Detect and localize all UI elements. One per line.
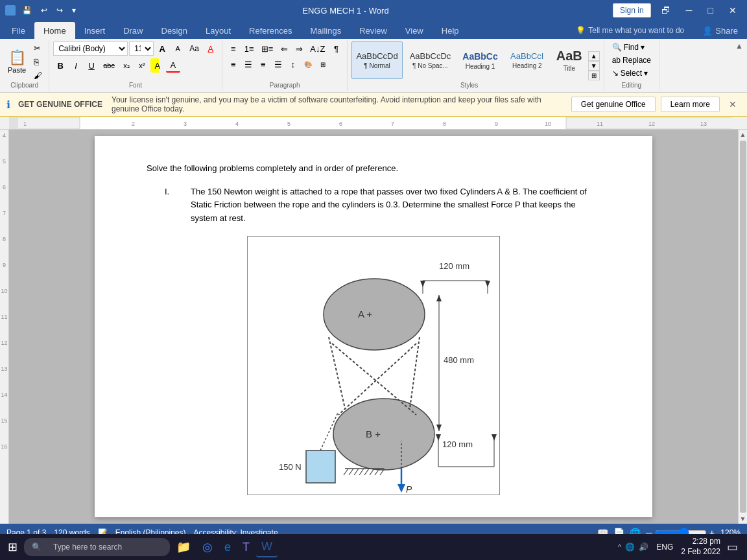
maximize-button[interactable]: □ [703,4,718,17]
diagram-container: A + 120 mm 480 mm [247,236,500,495]
multilevel-button[interactable]: ⊞≡ [258,41,277,56]
align-left-button[interactable]: ≡ [226,57,241,71]
tab-layout[interactable]: Layout [196,22,240,39]
find-button[interactable]: 🔍 Find ▾ [608,41,655,53]
italic-button[interactable]: I [69,58,83,73]
increase-indent-button[interactable]: ⇒ [292,41,306,56]
font-label: Font [53,82,218,89]
superscript-button[interactable]: x² [135,58,149,73]
share-button[interactable]: 👤 Share [693,22,747,39]
tab-home[interactable]: Home [34,22,75,39]
show-desktop-button[interactable]: ▭ [723,539,742,555]
style-heading1[interactable]: AaBbCc Heading 1 [458,41,502,79]
borders-button[interactable]: ⊞ [316,57,330,71]
save-button[interactable]: 💾 [19,5,34,16]
redo-button[interactable]: ↪ [54,5,65,16]
sort-button[interactable]: A↓Z [307,41,328,56]
style-no-spacing[interactable]: AaBbCcDc ¶ No Spac... [405,41,456,79]
align-center-button[interactable]: ☰ [241,57,255,71]
style-no-spacing-preview: AaBbCcDc [410,51,451,61]
lightbulb-icon: 💡 [576,26,586,35]
para-top-row: ≡ 1≡ ⊞≡ ⇐ ⇒ A↓Z ¶ [226,41,344,56]
select-button[interactable]: ↘ Select ▾ [608,67,655,79]
font-color-button[interactable]: A [166,58,180,73]
undo-button[interactable]: ↩ [38,5,50,16]
vertical-scrollbar[interactable]: ▲ ▼ [738,130,747,524]
shrink-font-button[interactable]: A [171,41,185,56]
clear-formatting-button[interactable]: A [204,41,218,56]
restore-button[interactable]: 🗗 [656,4,676,17]
clipboard-label: Clipboard [4,82,45,89]
font-size-select[interactable]: 11 [129,41,154,56]
format-painter-button[interactable]: 🖌 [31,69,45,82]
tab-references[interactable]: References [240,22,301,39]
title-bar: 💾 ↩ ↪ ▾ ENGG MECH 1 - Word Sign in 🗗 ─ □… [0,0,747,21]
justify-button[interactable]: ☰ [271,57,285,71]
taskbar-chrome[interactable]: ◎ [197,537,218,557]
tab-help[interactable]: Help [433,22,468,39]
tab-insert[interactable]: Insert [75,22,115,39]
tab-draw[interactable]: Draw [114,22,152,39]
problem-item-1: I. The 150 Newton weight is attached to … [165,185,600,226]
bold-button[interactable]: B [53,58,67,73]
strikethrough-button[interactable]: abc [100,58,118,73]
scroll-thumb[interactable] [740,141,746,513]
taskbar-word[interactable]: W [256,537,278,557]
replace-button[interactable]: ab Replace [608,54,655,66]
tab-view[interactable]: View [396,22,433,39]
scroll-down-button[interactable]: ▼ [739,514,747,524]
document-scroll-area[interactable]: Solve the following problems completely … [9,130,738,524]
minimize-button[interactable]: ─ [681,4,698,17]
decrease-indent-button[interactable]: ⇐ [277,41,291,56]
text-highlight-button[interactable]: A [150,58,165,73]
clipboard-secondary: ✂ ⎘ 🖌 [31,42,45,82]
underline-button[interactable]: U [84,58,99,73]
svg-text:B +: B + [366,428,381,439]
line-spacing-button[interactable]: ↕ [286,57,300,71]
style-title[interactable]: AaB Title [552,41,587,79]
taskbar-right: ^ 🌐 🔊 ENG 2:28 pm 2 Feb 2022 ▭ [618,537,744,557]
copy-button[interactable]: ⎘ [31,56,45,68]
get-genuine-button[interactable]: Get genuine Office [571,97,656,112]
editing-label: Editing [608,82,655,89]
taskbar-teams[interactable]: T [237,538,255,557]
grow-font-button[interactable]: A [155,41,169,56]
tab-file[interactable]: File [3,22,34,39]
tab-review[interactable]: Review [350,22,396,39]
info-bar: ℹ GET GENUINE OFFICE Your license isn't … [0,93,747,117]
bullets-button[interactable]: ≡ [226,41,241,56]
change-case-button[interactable]: Aa [186,41,202,56]
scroll-up-button[interactable]: ▲ [739,130,747,139]
align-right-button[interactable]: ≡ [256,57,270,71]
show-paragraph-button[interactable]: ¶ [329,41,343,56]
font-content: Calibri (Body) 11 A A Aa A B I U abc x₂ … [53,41,218,74]
tab-design[interactable]: Design [152,22,196,39]
tell-me-field[interactable]: 💡 Tell me what you want to do [567,22,693,39]
subscript-button[interactable]: x₂ [119,58,134,73]
styles-scroll-controls: ▲ ▼ ⊞ [588,51,600,80]
paste-button[interactable]: 📋 Paste [4,47,30,76]
font-name-select[interactable]: Calibri (Body) [53,41,128,56]
customize-qat-button[interactable]: ▾ [69,5,78,16]
close-button[interactable]: ✕ [724,4,742,17]
tab-mailings[interactable]: Mailings [302,22,351,39]
shading-button[interactable]: 🎨 [301,57,315,71]
close-info-button[interactable]: ✕ [725,98,741,111]
styles-list: AaBbCcDd ¶ Normal AaBbCcDc ¶ No Spac... … [351,41,586,79]
sign-in-button[interactable]: Sign in [613,3,651,18]
numbering-button[interactable]: 1≡ [241,41,257,56]
cut-button[interactable]: ✂ [31,42,45,54]
start-button[interactable]: ⊞ [3,537,23,557]
taskbar-edge[interactable]: e [219,538,236,557]
styles-expand[interactable]: ⊞ [588,71,600,80]
style-heading2[interactable]: AaBbCcI Heading 2 [505,41,549,79]
learn-more-button[interactable]: Learn more [661,97,720,112]
show-hidden-icons[interactable]: ^ [618,543,621,551]
styles-scroll-up[interactable]: ▲ [588,51,600,61]
ribbon-collapse-button[interactable]: ▲ [731,40,747,52]
styles-scroll-down[interactable]: ▼ [588,61,600,71]
clock[interactable]: 2:28 pm 2 Feb 2022 [681,537,720,557]
taskbar-explorer[interactable]: 📁 [171,537,196,557]
style-normal[interactable]: AaBbCcDd ¶ Normal [351,41,402,79]
taskbar-search[interactable] [45,540,162,554]
